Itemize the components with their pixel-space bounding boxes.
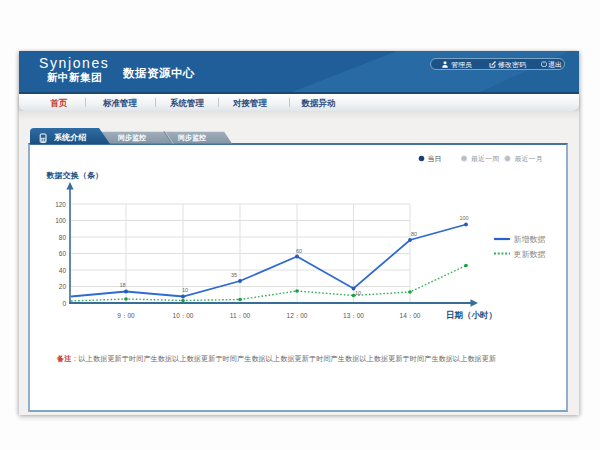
svg-text:60: 60 xyxy=(296,248,302,254)
svg-text:12：00: 12：00 xyxy=(287,312,308,319)
svg-text:同步监控: 同步监控 xyxy=(178,134,206,142)
svg-text:35: 35 xyxy=(231,272,237,278)
svg-text:80: 80 xyxy=(59,234,67,241)
svg-text:0: 0 xyxy=(62,300,66,307)
svg-text:40: 40 xyxy=(59,267,67,274)
svg-text:60: 60 xyxy=(59,250,67,257)
svg-text:100: 100 xyxy=(55,217,66,224)
svg-text:100: 100 xyxy=(459,215,468,221)
svg-text:13：00: 13：00 xyxy=(343,312,364,319)
svg-text:14：00: 14：00 xyxy=(400,312,421,319)
svg-text:11：00: 11：00 xyxy=(230,312,251,319)
svg-text:18: 18 xyxy=(119,282,125,288)
svg-text:10: 10 xyxy=(182,287,188,293)
svg-text:更新数据: 更新数据 xyxy=(514,250,546,259)
svg-text:80: 80 xyxy=(411,231,417,237)
svg-text:120: 120 xyxy=(55,201,66,208)
svg-text:10：00: 10：00 xyxy=(173,312,194,319)
svg-text:9：00: 9：00 xyxy=(117,312,135,319)
svg-text:20: 20 xyxy=(59,283,67,290)
svg-text:系统介绍: 系统介绍 xyxy=(53,132,86,142)
svg-text:数据交换（条）: 数据交换（条） xyxy=(46,171,104,180)
svg-text:最近一月: 最近一月 xyxy=(515,155,543,163)
svg-text:当日: 当日 xyxy=(428,155,442,163)
svg-text:10: 10 xyxy=(355,290,361,296)
svg-text:新增数据: 新增数据 xyxy=(514,235,546,244)
svg-text:最近一周: 最近一周 xyxy=(471,155,499,162)
svg-text:日期（小时）: 日期（小时） xyxy=(446,310,497,320)
svg-text:同步监控: 同步监控 xyxy=(118,134,146,142)
